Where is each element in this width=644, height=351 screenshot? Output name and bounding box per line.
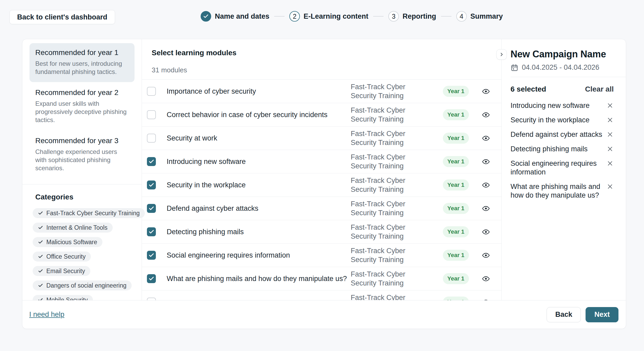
- wizard-step[interactable]: 4 Summary: [456, 11, 503, 22]
- wizard-step[interactable]: 2 E-Learning content: [289, 11, 368, 22]
- preview-module-button[interactable]: [480, 156, 492, 167]
- eye-icon: [482, 111, 490, 119]
- module-name: Security in the workplace: [156, 181, 351, 189]
- category-filter-chip[interactable]: Office Security: [33, 252, 91, 262]
- module-list: Select learning modules 31 modules Impor…: [142, 39, 501, 301]
- module-checkbox[interactable]: [147, 251, 156, 260]
- module-name: What are phishing mails and how do they …: [156, 275, 351, 283]
- module-checkbox[interactable]: [147, 157, 156, 166]
- back-to-dashboard-button[interactable]: Back to client's dashboard: [9, 10, 115, 24]
- campaign-name: New Campaign Name: [511, 49, 614, 60]
- step-number-circle: 4: [456, 11, 467, 22]
- module-preview-cell: [474, 86, 497, 97]
- check-icon: [38, 268, 43, 274]
- clear-all-button[interactable]: Clear all: [585, 85, 614, 93]
- close-icon: [607, 160, 613, 167]
- module-category: Fast-Track Cyber Security Training: [351, 293, 432, 301]
- collapse-panel-button[interactable]: [496, 49, 507, 60]
- step-connector-line: [373, 16, 384, 17]
- module-preview-cell: [474, 132, 497, 144]
- module-name: Social engineering requires information: [156, 251, 351, 259]
- selected-module-name: What are phishing mails and how do they …: [511, 182, 604, 200]
- selected-module-name: Defend against cyber attacks: [511, 130, 602, 139]
- selected-module-item: Security in the workplace: [511, 116, 614, 124]
- category-filter-chip[interactable]: Malicious Software: [33, 237, 102, 247]
- module-name: Security at work: [156, 134, 351, 142]
- year-badge: Year 1: [443, 133, 469, 144]
- module-row: Correct behavior in case of cyber securi…: [142, 103, 501, 127]
- wizard-footer: I need help Back Next: [22, 300, 626, 329]
- selected-count: 6 selected: [511, 85, 546, 93]
- recommendation-title: Recommended for year 2: [35, 88, 129, 97]
- module-row: Security at work Fast-Track Cyber Securi…: [142, 127, 501, 150]
- close-icon: [607, 102, 613, 109]
- preview-module-button[interactable]: [480, 203, 492, 214]
- step-number: 3: [392, 13, 395, 20]
- remove-module-button[interactable]: [606, 160, 614, 168]
- campaign-header: New Campaign Name 04.04.2025 - 04.04.202…: [511, 39, 626, 77]
- preview-module-button[interactable]: [480, 273, 492, 284]
- remove-module-button[interactable]: [606, 145, 614, 153]
- step-connector-line: [274, 16, 285, 17]
- eye-icon: [482, 228, 490, 236]
- step-number-circle: 3: [388, 11, 399, 22]
- module-checkbox[interactable]: [147, 134, 156, 143]
- category-filter-chip[interactable]: Fast-Track Cyber Security Training: [33, 208, 145, 218]
- category-filter-chip[interactable]: Mobile Security: [33, 295, 93, 301]
- preview-module-button[interactable]: [480, 249, 492, 261]
- category-filter-chip[interactable]: Email Security: [33, 266, 90, 276]
- module-checkbox[interactable]: [147, 180, 156, 189]
- step-number-circle: 2: [289, 11, 300, 22]
- module-year-cell: Year 1: [443, 273, 474, 284]
- recommendation-description: Challenge experienced users with sophist…: [35, 148, 129, 172]
- check-icon: [148, 205, 154, 211]
- back-button[interactable]: Back: [547, 307, 581, 322]
- selected-module-item: Defend against cyber attacks: [511, 130, 614, 139]
- module-row: Introducing new software Fast-Track Cybe…: [142, 150, 501, 173]
- module-checkbox[interactable]: [147, 87, 156, 96]
- preview-module-button[interactable]: [480, 179, 492, 191]
- recommendation-description: Best for new users, introducing fundamen…: [35, 59, 129, 76]
- remove-module-button[interactable]: [606, 102, 614, 110]
- campaign-date-range: 04.04.2025 - 04.04.2026: [522, 63, 599, 72]
- category-filter-chip[interactable]: Internet & Online Tools: [33, 223, 113, 233]
- module-checkbox[interactable]: [147, 227, 156, 236]
- step-label: Summary: [470, 12, 503, 21]
- wizard-card: Recommended for year 1 Best for new user…: [22, 39, 626, 329]
- remove-module-button[interactable]: [606, 116, 614, 124]
- module-count: 31 modules: [152, 66, 501, 74]
- recommendation-option[interactable]: Recommended for year 3 Challenge experie…: [29, 131, 135, 178]
- check-icon: [38, 254, 43, 259]
- module-checkbox[interactable]: [147, 274, 156, 283]
- next-button[interactable]: Next: [586, 307, 618, 322]
- wizard-step[interactable]: 3 Reporting: [388, 11, 436, 22]
- module-category: Fast-Track Cyber Security Training: [351, 129, 432, 147]
- preview-module-button[interactable]: [480, 86, 492, 97]
- wizard-content: Recommended for year 1 Best for new user…: [22, 39, 626, 301]
- step-number: 2: [293, 13, 296, 20]
- check-icon: [148, 159, 154, 164]
- remove-module-button[interactable]: [606, 183, 614, 191]
- year-badge: Year 1: [443, 156, 469, 167]
- preview-module-button[interactable]: [480, 226, 492, 238]
- wizard-stepper: 1 Name and dates 2 E-Learning content 3 …: [201, 11, 503, 22]
- selected-module-item: Introducing new software: [511, 101, 614, 110]
- category-filter-chip[interactable]: Dangers of social engineering: [33, 280, 132, 290]
- module-checkbox[interactable]: [147, 204, 156, 213]
- module-preview-cell: [474, 156, 497, 167]
- step-connector-line: [441, 16, 452, 17]
- recommendation-option[interactable]: Recommended for year 1 Best for new user…: [29, 43, 135, 82]
- module-checkbox[interactable]: [147, 110, 156, 119]
- preview-module-button[interactable]: [480, 109, 492, 121]
- wizard-step[interactable]: 1 Name and dates: [201, 11, 269, 22]
- module-category: Fast-Track Cyber Security Training: [351, 82, 432, 100]
- remove-module-button[interactable]: [606, 131, 614, 139]
- recommendation-option[interactable]: Recommended for year 2 Expand user skill…: [29, 83, 135, 130]
- preview-module-button[interactable]: [480, 132, 492, 144]
- module-name: Defend against cyber attacks: [156, 204, 351, 213]
- category-chip-label: Office Security: [46, 253, 86, 260]
- sidebar-divider: [22, 184, 142, 184]
- help-link[interactable]: I need help: [29, 310, 65, 319]
- category-chip-label: Malicious Software: [46, 239, 97, 246]
- check-icon: [148, 276, 154, 282]
